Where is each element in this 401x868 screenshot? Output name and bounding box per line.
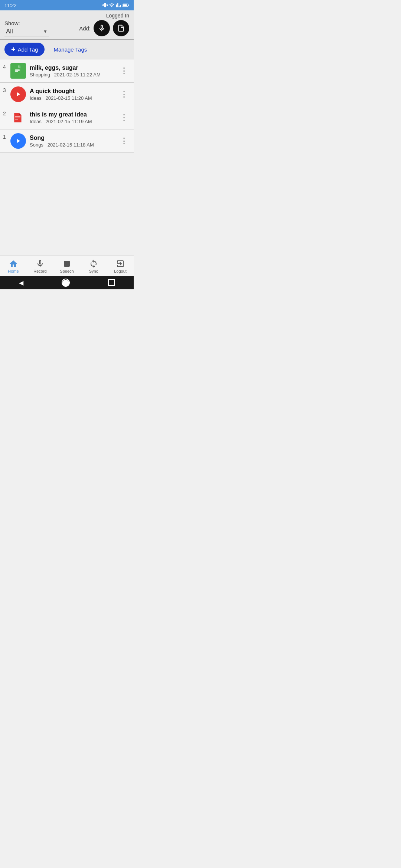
list-item[interactable]: 4 milk, eggs, sugar Shopping 2021-02-15 … <box>0 59 134 83</box>
wifi-icon <box>109 3 114 8</box>
bottom-nav: Home Record Speech Sync Logout <box>0 255 134 276</box>
more-menu-button[interactable]: ⋮ <box>118 65 131 76</box>
record-title: milk, eggs, sugar <box>30 65 118 71</box>
microphone-icon <box>98 24 106 32</box>
record-meta: Ideas 2021-02-15 11:20 AM <box>30 95 118 101</box>
list-item[interactable]: 3 A quick thought Ideas 2021-02-15 11:20… <box>0 83 134 106</box>
record-meta: Ideas 2021-02-15 11:19 AM <box>30 119 118 124</box>
home-button[interactable]: ⬤ <box>62 279 70 287</box>
recents-button[interactable] <box>108 279 115 286</box>
audio-play-icon <box>10 133 26 149</box>
play-icon <box>15 91 22 98</box>
manage-tags-button[interactable]: Manage Tags <box>53 46 87 53</box>
plus-icon: + <box>11 46 16 53</box>
green-doc-icon <box>13 65 23 76</box>
show-dropdown[interactable]: All ▼ <box>4 27 49 36</box>
status-time: 11:22 <box>4 3 17 8</box>
back-button[interactable]: ◀ <box>19 279 23 286</box>
logout-icon <box>116 259 125 268</box>
record-info: this is my great idea Ideas 2021-02-15 1… <box>30 111 118 124</box>
add-audio-button[interactable] <box>94 20 110 36</box>
record-meta: Shopping 2021-02-15 11:22 AM <box>30 72 118 78</box>
nav-item-speech[interactable]: Speech <box>53 259 80 273</box>
show-label: Show: <box>4 20 49 26</box>
signal-icon <box>116 3 121 8</box>
logged-in-label: Logged In <box>4 13 129 19</box>
nav-item-home[interactable]: Home <box>0 259 27 273</box>
records-list: 4 milk, eggs, sugar Shopping 2021-02-15 … <box>0 59 134 289</box>
list-item[interactable]: 1 Song Songs 2021-02-15 11:18 AM ⋮ <box>0 129 134 153</box>
header-area: Logged In Show: All ▼ Add: <box>0 10 134 39</box>
status-bar: 11:22 <box>0 0 134 10</box>
home-icon <box>9 259 18 268</box>
record-number: 3 <box>3 86 9 93</box>
nav-label-speech: Speech <box>60 269 74 273</box>
nav-label-sync: Sync <box>89 269 98 273</box>
document-icon <box>10 110 26 125</box>
document-add-icon <box>117 24 125 32</box>
svg-rect-11 <box>64 261 70 267</box>
sync-icon <box>89 259 98 268</box>
tags-row: + Add Tag Manage Tags <box>0 40 134 59</box>
more-menu-button[interactable]: ⋮ <box>118 112 131 123</box>
speech-icon <box>62 259 71 268</box>
battery-icon <box>123 3 129 7</box>
android-nav-bar: ◀ ⬤ <box>0 276 134 289</box>
nav-label-record: Record <box>33 269 46 273</box>
more-menu-button[interactable]: ⋮ <box>118 89 131 100</box>
list-item[interactable]: 2 this is my great idea Ideas 2021-02-15… <box>0 106 134 129</box>
record-info: A quick thought Ideas 2021-02-15 11:20 A… <box>30 88 118 101</box>
add-tag-label: Add Tag <box>18 46 38 53</box>
nav-item-sync[interactable]: Sync <box>80 259 107 273</box>
more-menu-button[interactable]: ⋮ <box>118 135 131 147</box>
record-title: this is my great idea <box>30 111 118 118</box>
play-icon <box>15 138 22 144</box>
record-number: 2 <box>3 110 9 116</box>
add-label: Add: <box>79 25 91 32</box>
show-dropdown-value: All <box>6 28 43 35</box>
chevron-down-icon: ▼ <box>43 29 48 34</box>
nav-label-home: Home <box>8 269 19 273</box>
record-number: 1 <box>3 133 9 140</box>
nav-item-record[interactable]: Record <box>27 259 53 273</box>
record-number: 4 <box>3 63 9 70</box>
nav-label-logout: Logout <box>114 269 127 273</box>
add-tag-button[interactable]: + Add Tag <box>4 43 45 56</box>
svg-rect-2 <box>128 4 129 6</box>
nav-item-logout[interactable]: Logout <box>107 259 134 273</box>
red-doc-icon <box>13 112 23 123</box>
record-meta: Songs 2021-02-15 11:18 AM <box>30 142 118 148</box>
status-icons <box>102 3 129 8</box>
add-document-button[interactable] <box>113 20 129 36</box>
record-title: Song <box>30 135 118 141</box>
audio-play-icon <box>10 86 26 102</box>
record-info: Song Songs 2021-02-15 11:18 AM <box>30 135 118 148</box>
record-info: milk, eggs, sugar Shopping 2021-02-15 11… <box>30 65 118 78</box>
record-icon <box>36 259 45 268</box>
vibrate-icon <box>102 3 108 8</box>
record-title: A quick thought <box>30 88 118 95</box>
svg-rect-1 <box>123 4 127 6</box>
document-icon <box>10 63 26 79</box>
